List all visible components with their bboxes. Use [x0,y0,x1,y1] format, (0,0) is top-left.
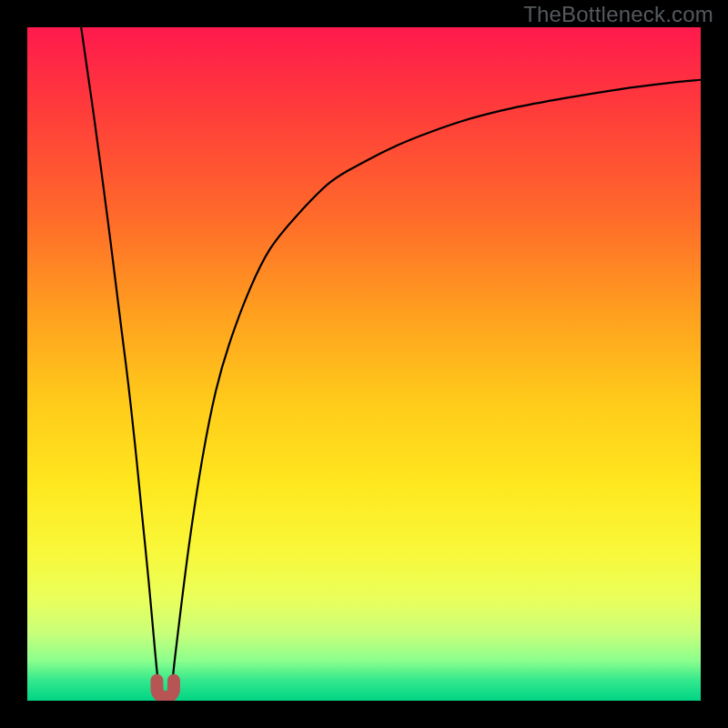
curve-right-branch [172,80,701,687]
curve-layer [27,27,701,701]
curve-left-branch [81,27,158,687]
plot-area [27,27,701,701]
watermark-text: TheBottleneck.com [523,2,713,27]
trough-marker [157,681,174,698]
chart-frame: TheBottleneck.com [0,0,728,728]
